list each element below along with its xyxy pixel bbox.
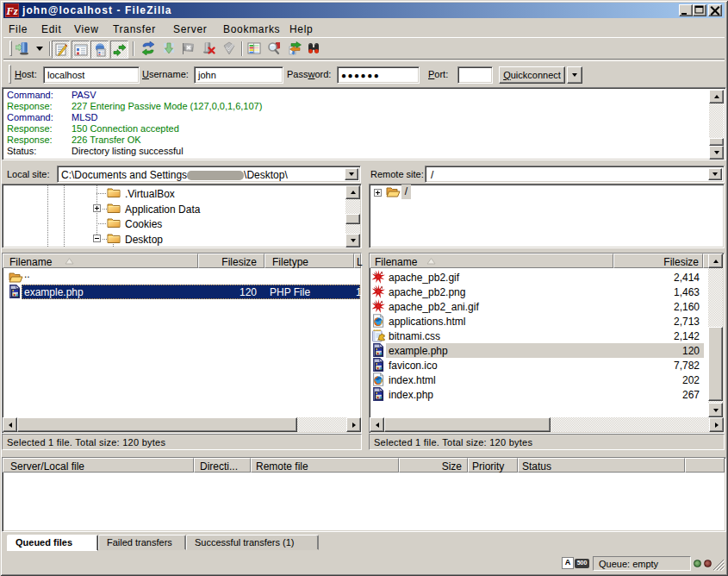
- svg-text:Fz: Fz: [5, 4, 19, 17]
